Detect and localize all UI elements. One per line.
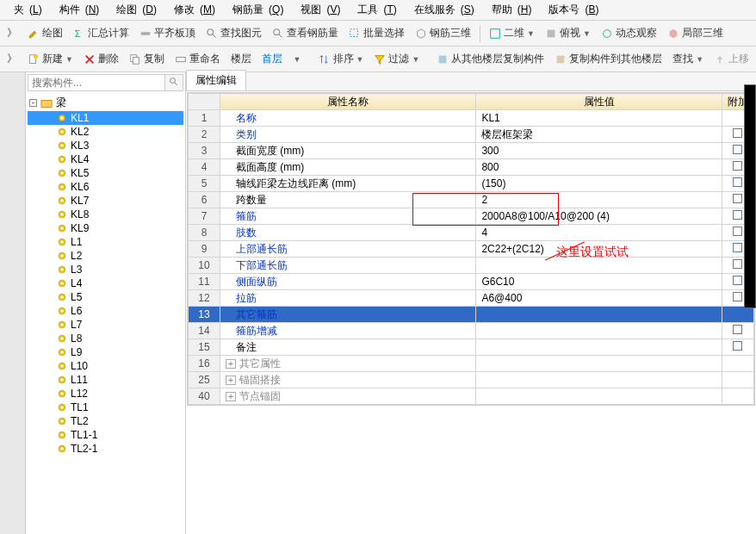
prop-value[interactable]: 4 (476, 225, 722, 241)
prop-value[interactable] (476, 356, 722, 372)
checkbox[interactable] (733, 227, 742, 236)
dynamic-button[interactable]: 动态观察 (598, 24, 660, 42)
tree-item[interactable]: KL9 (28, 221, 183, 235)
prop-value[interactable]: A6@400 (476, 290, 722, 307)
tree-item[interactable]: L7 (28, 318, 183, 332)
search-input[interactable] (28, 75, 164, 90)
checkbox[interactable] (733, 325, 742, 334)
find-rebar-button[interactable]: 查看钢筋量 (269, 24, 342, 42)
tree-item[interactable]: L6 (28, 304, 183, 318)
copy-to-button[interactable]: 复制构件到其他楼层 (551, 50, 666, 68)
batch-select-button[interactable]: 批量选择 (345, 24, 408, 42)
find-button[interactable]: 查找 ▼ (669, 50, 707, 68)
rename-button[interactable]: 重命名 (171, 50, 224, 68)
tree-item[interactable]: KL1 (28, 111, 183, 125)
checkbox[interactable] (733, 292, 742, 301)
tree-item[interactable]: TL1-1 (28, 428, 183, 442)
tree-item[interactable]: KL3 (28, 139, 183, 152)
tree-item[interactable]: KL5 (28, 166, 183, 180)
tree-item[interactable]: TL2-1 (28, 442, 183, 456)
grid-row[interactable]: 14箍筋增减 (189, 323, 754, 339)
tree-item[interactable]: L4 (28, 276, 183, 290)
tree-item[interactable]: L3 (28, 263, 183, 276)
rebar3d-button[interactable]: 钢筋三维 (412, 24, 474, 42)
grid-row[interactable]: 13其它箍筋 (189, 307, 754, 323)
grid-row[interactable]: 12拉筋A6@400 (189, 290, 754, 307)
expand-icon[interactable]: + (226, 392, 236, 401)
tree-item[interactable]: KL8 (28, 208, 183, 221)
tree-item[interactable]: L1 (28, 235, 183, 249)
prop-value[interactable]: 2C22+(2C12) (476, 241, 722, 258)
menu-item[interactable]: 帮助(H) (481, 1, 537, 19)
tree-item[interactable]: L2 (28, 249, 183, 263)
checkbox[interactable] (733, 128, 742, 138)
menu-item[interactable]: 工具(T) (347, 1, 401, 19)
toggle-button[interactable]: 》 (3, 50, 21, 68)
menu-item[interactable]: 视图(V) (290, 1, 345, 19)
menu-item[interactable]: 钢筋量(Q) (222, 1, 288, 19)
menu-item[interactable]: 构件(N) (49, 1, 105, 19)
grid-row[interactable]: 4截面高度 (mm)800 (189, 159, 754, 176)
tree-item[interactable]: L5 (28, 290, 183, 304)
menu-item[interactable]: 绘图(D) (106, 1, 162, 19)
tree-item[interactable]: L9 (28, 345, 183, 359)
tab-properties[interactable]: 属性编辑 (186, 70, 246, 90)
grid-row[interactable]: 7箍筋2000A8@100/A10@200 (4) (189, 208, 754, 225)
grid-row[interactable]: 8肢数4 (189, 225, 754, 241)
checkbox[interactable] (733, 259, 742, 269)
tree-item[interactable]: KL6 (28, 180, 183, 194)
local3d-button[interactable]: 局部三维 (664, 24, 727, 42)
menu-item[interactable]: 夹(L) (3, 1, 47, 19)
prop-value[interactable]: (150) (476, 176, 722, 192)
sort-button[interactable]: 排序 ▼ (315, 50, 368, 68)
grid-row[interactable]: 9上部通长筋2C22+(2C12) (189, 241, 754, 258)
prop-value[interactable]: 楼层框架梁 (476, 127, 722, 143)
checkbox[interactable] (733, 210, 742, 220)
grid-row[interactable]: 15备注 (189, 339, 754, 356)
prop-value[interactable]: KL1 (476, 110, 722, 127)
expand-icon[interactable]: + (226, 376, 236, 385)
tree-item[interactable]: KL7 (28, 194, 183, 208)
toggle-button[interactable]: 》 (3, 24, 21, 42)
tree-item[interactable]: L8 (28, 332, 183, 345)
search-button[interactable] (164, 75, 183, 90)
checkbox[interactable] (733, 145, 742, 154)
draw-button[interactable]: 绘图 (24, 24, 66, 42)
grid-row[interactable]: 1名称KL1 (189, 110, 754, 127)
new-button[interactable]: 新建 ▼ (24, 50, 77, 68)
prop-value[interactable] (476, 372, 722, 388)
grid-row[interactable]: 11侧面纵筋G6C10 (189, 274, 754, 290)
prop-value[interactable] (476, 323, 722, 339)
tree-item[interactable]: TL2 (28, 414, 183, 428)
prop-value[interactable]: 800 (476, 159, 722, 176)
tree-root[interactable]: - 梁 (28, 95, 183, 111)
grid-row[interactable]: 25+锚固搭接 (189, 372, 754, 388)
prop-value[interactable]: 2000A8@100/A10@200 (4) (476, 208, 722, 225)
grid-row[interactable]: 5轴线距梁左边线距离 (mm) (150) (189, 176, 754, 192)
prop-value[interactable]: 2 (476, 192, 722, 208)
tree-item[interactable]: L10 (28, 359, 183, 373)
expand-icon[interactable]: + (226, 359, 236, 369)
align-button[interactable]: 平齐板顶 (136, 24, 199, 42)
tree-item[interactable]: KL4 (28, 152, 183, 166)
grid-row[interactable]: 40+节点锚固 (189, 388, 754, 405)
checkbox[interactable] (733, 243, 742, 252)
prop-value[interactable] (476, 339, 722, 356)
2d-button[interactable]: 二维 ▼ (486, 24, 538, 42)
grid-row[interactable]: 2类别楼层框架梁 (189, 127, 754, 143)
grid-row[interactable]: 10下部通长筋 (189, 258, 754, 274)
checkbox[interactable] (733, 161, 742, 171)
tree-item[interactable]: L12 (28, 387, 183, 400)
prop-value[interactable] (476, 388, 722, 405)
checkbox[interactable] (733, 341, 742, 351)
floor-select[interactable]: 首层 ▼ (258, 50, 305, 68)
prop-value[interactable]: 300 (476, 143, 722, 159)
prop-value[interactable]: G6C10 (476, 274, 722, 290)
filter-button[interactable]: 过滤 ▼ (370, 50, 423, 68)
tree-item[interactable]: KL2 (28, 125, 183, 139)
summary-button[interactable]: Σ汇总计算 (70, 24, 133, 42)
checkbox[interactable] (733, 177, 742, 187)
prop-value[interactable] (476, 307, 722, 323)
up-button[interactable]: 上移 (710, 50, 753, 68)
collapse-icon[interactable]: - (29, 99, 37, 107)
